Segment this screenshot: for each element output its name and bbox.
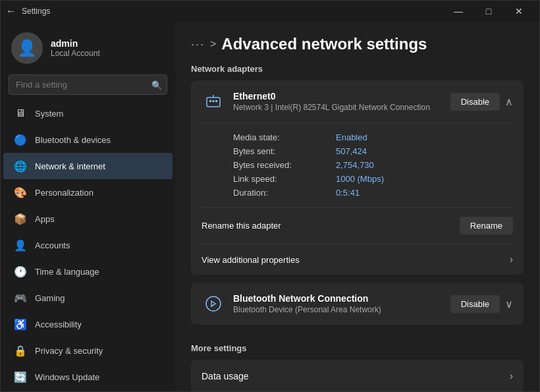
svg-rect-2 [213, 100, 215, 102]
media-state-label: Media state: [233, 132, 325, 142]
sidebar-item-accounts[interactable]: 👤 Accounts [3, 232, 173, 258]
media-state-value: Enabled [336, 132, 513, 142]
sidebar-item-privacy[interactable]: 🔒 Privacy & security [3, 337, 173, 364]
sidebar-label-accessibility: Accessibility [35, 320, 82, 329]
minimize-button[interactable]: — [443, 1, 473, 22]
avatar: 👤 [11, 32, 43, 64]
content-area: 👤 admin Local Account 🔍 🖥 System 🔵 Bluet… [1, 22, 539, 391]
bluetooth-disable-button[interactable]: Disable [450, 295, 500, 313]
sidebar-item-network[interactable]: 🌐 Network & internet [3, 153, 173, 179]
apps-icon: 📦 [14, 212, 27, 225]
network-icon: 🌐 [14, 159, 27, 173]
sidebar-item-time[interactable]: 🕐 Time & language [3, 258, 173, 285]
bytes-sent-value: 507,424 [336, 146, 513, 156]
view-properties-row[interactable]: View additional properties › [191, 244, 524, 275]
sidebar-label-personalization: Personalization [35, 188, 94, 198]
sidebar-label-apps: Apps [35, 214, 55, 224]
bytes-received-value: 2,754,730 [336, 160, 513, 170]
sidebar-label-privacy: Privacy & security [35, 346, 103, 356]
ethernet0-info: Ethernet0 Network 3 | Intel(R) 82574L Gi… [233, 91, 443, 112]
bluetooth-actions: Disable ∨ [450, 295, 513, 313]
data-usage-card: Data usage › [191, 360, 524, 391]
time-icon: 🕐 [14, 265, 27, 278]
search-icon: 🔍 [151, 80, 162, 90]
ethernet0-header: Ethernet0 Network 3 | Intel(R) 82574L Gi… [191, 80, 524, 123]
bluetooth-icon: 🔵 [14, 133, 27, 146]
bluetooth-desc: Bluetooth Device (Personal Area Network) [233, 305, 443, 314]
sidebar-item-accessibility[interactable]: ♿ Accessibility [3, 311, 173, 337]
search-box: 🔍 [9, 74, 167, 95]
privacy-icon: 🔒 [14, 344, 27, 357]
sidebar: 👤 admin Local Account 🔍 🖥 System 🔵 Bluet… [1, 22, 175, 391]
accessibility-icon: ♿ [14, 318, 27, 331]
more-settings-label: More settings [175, 333, 539, 360]
sidebar-label-gaming: Gaming [35, 293, 65, 303]
window-title: Settings [22, 7, 50, 16]
bluetooth-name: Bluetooth Network Connection [233, 293, 443, 304]
page-title: Advanced network settings [221, 35, 427, 53]
bluetooth-adapter-icon [202, 292, 225, 316]
sidebar-item-update[interactable]: 🔄 Windows Update [3, 364, 173, 390]
sidebar-item-apps[interactable]: 📦 Apps [3, 206, 173, 232]
search-input[interactable] [9, 74, 167, 95]
bytes-received-label: Bytes received: [233, 160, 325, 170]
bluetooth-expand-icon[interactable]: ∨ [505, 298, 513, 310]
svg-rect-3 [215, 100, 217, 102]
title-bar: ← Settings — □ ✕ [1, 1, 539, 22]
maximize-button[interactable]: □ [473, 1, 504, 22]
user-name: admin [51, 38, 100, 49]
link-speed-value: 1000 (Mbps) [336, 174, 513, 184]
ethernet0-card: Ethernet0 Network 3 | Intel(R) 82574L Gi… [191, 80, 524, 275]
title-bar-left: ← Settings [6, 5, 50, 17]
ethernet0-disable-button[interactable]: Disable [450, 93, 500, 111]
data-usage-row[interactable]: Data usage › [191, 360, 524, 391]
svg-rect-1 [209, 100, 211, 102]
bluetooth-header: Bluetooth Network Connection Bluetooth D… [191, 283, 524, 325]
bluetooth-card: Bluetooth Network Connection Bluetooth D… [191, 283, 524, 325]
view-properties-label: View additional properties [202, 255, 300, 265]
breadcrumb-dots[interactable]: ··· [191, 38, 205, 51]
user-profile: 👤 admin Local Account [1, 22, 175, 74]
sidebar-label-time: Time & language [35, 267, 99, 277]
accounts-icon: 👤 [14, 238, 27, 252]
user-icon: 👤 [17, 39, 37, 57]
data-usage-chevron-icon: › [510, 370, 513, 382]
window-controls: — □ ✕ [443, 1, 534, 22]
main-header: ··· > Advanced network settings [175, 22, 539, 64]
sidebar-label-accounts: Accounts [35, 240, 70, 250]
ethernet0-actions: Disable ∧ [450, 93, 513, 111]
personalization-icon: 🎨 [14, 186, 27, 199]
sidebar-item-system[interactable]: 🖥 System [3, 100, 173, 126]
ethernet0-desc: Network 3 | Intel(R) 82574L Gigabit Netw… [233, 103, 443, 112]
rename-button[interactable]: Rename [460, 217, 513, 235]
breadcrumb-separator: > [210, 38, 216, 50]
settings-window: ← Settings — □ ✕ 👤 admin Local Account [0, 0, 540, 392]
bytes-sent-label: Bytes sent: [233, 146, 325, 156]
sidebar-label-bluetooth: Bluetooth & devices [35, 135, 111, 145]
sidebar-item-gaming[interactable]: 🎮 Gaming [3, 285, 173, 311]
user-info: admin Local Account [51, 38, 100, 58]
rename-row: Rename this adapter Rename [191, 208, 524, 244]
data-usage-label: Data usage [202, 371, 249, 381]
link-speed-label: Link speed: [233, 174, 325, 184]
ethernet-icon [202, 90, 225, 113]
sidebar-item-bluetooth[interactable]: 🔵 Bluetooth & devices [3, 126, 173, 153]
update-icon: 🔄 [14, 370, 27, 383]
network-adapters-label: Network adapters [175, 64, 539, 80]
ethernet0-details: Media state: Enabled Bytes sent: 507,424… [191, 123, 524, 207]
svg-point-5 [206, 296, 221, 311]
back-icon[interactable]: ← [6, 5, 16, 17]
system-icon: 🖥 [14, 107, 27, 120]
bluetooth-info: Bluetooth Network Connection Bluetooth D… [233, 293, 443, 314]
sidebar-item-personalization[interactable]: 🎨 Personalization [3, 179, 173, 206]
sidebar-label-update: Windows Update [35, 372, 99, 382]
ethernet0-name: Ethernet0 [233, 91, 443, 101]
sidebar-label-network: Network & internet [35, 161, 105, 171]
rename-label: Rename this adapter [202, 221, 281, 231]
sidebar-label-system: System [35, 109, 63, 119]
ethernet0-collapse-icon[interactable]: ∧ [505, 96, 513, 108]
gaming-icon: 🎮 [14, 291, 27, 304]
duration-label: Duration: [233, 188, 325, 198]
close-button[interactable]: ✕ [504, 1, 534, 22]
main-content: ··· > Advanced network settings Network … [175, 22, 539, 391]
